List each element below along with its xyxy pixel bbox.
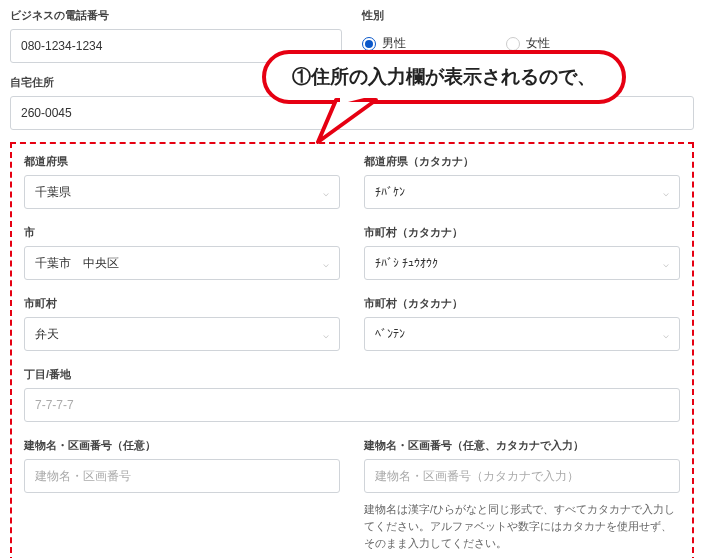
- radio-checked-icon: [362, 37, 376, 51]
- town-kana-label: 市町村（カタカナ）: [364, 296, 680, 311]
- prefecture-label: 都道府県: [24, 154, 340, 169]
- phone-label: ビジネスの電話番号: [10, 8, 342, 23]
- city-kana-select[interactable]: ﾁﾊﾞｼ ﾁｭｳｵｳｸ ⌵: [364, 246, 680, 280]
- chevron-down-icon: ⌵: [663, 187, 669, 198]
- chevron-down-icon: ⌵: [663, 329, 669, 340]
- chevron-down-icon: ⌵: [663, 258, 669, 269]
- building-kana-hint: 建物名は漢字/ひらがなと同じ形式で、すべてカタカナで入力してください。アルファベ…: [364, 501, 680, 551]
- chevron-down-icon: ⌵: [323, 258, 329, 269]
- annotation-callout: ①住所の入力欄が表示されるので、: [262, 50, 626, 104]
- city-kana-label: 市町村（カタカナ）: [364, 225, 680, 240]
- prefecture-kana-select[interactable]: ﾁﾊﾞｹﾝ ⌵: [364, 175, 680, 209]
- prefecture-value: 千葉県: [35, 184, 71, 201]
- prefecture-kana-label: 都道府県（カタカナ）: [364, 154, 680, 169]
- svg-marker-0: [318, 100, 376, 142]
- city-kana-value: ﾁﾊﾞｼ ﾁｭｳｵｳｸ: [375, 256, 438, 270]
- gender-label: 性別: [362, 8, 694, 23]
- radio-unchecked-icon: [506, 37, 520, 51]
- town-value: 弁天: [35, 326, 59, 343]
- town-kana-select[interactable]: ﾍﾞﾝﾃﾝ ⌵: [364, 317, 680, 351]
- building-input[interactable]: [24, 459, 340, 493]
- chevron-down-icon: ⌵: [323, 187, 329, 198]
- building-label: 建物名・区画番号（任意）: [24, 438, 340, 453]
- callout-tail-icon: [316, 92, 386, 152]
- building-kana-input[interactable]: [364, 459, 680, 493]
- chevron-down-icon: ⌵: [323, 329, 329, 340]
- chome-input[interactable]: [24, 388, 680, 422]
- city-label: 市: [24, 225, 340, 240]
- city-value: 千葉市 中央区: [35, 255, 119, 272]
- chome-label: 丁目/番地: [24, 367, 680, 382]
- city-select[interactable]: 千葉市 中央区 ⌵: [24, 246, 340, 280]
- town-label: 市町村: [24, 296, 340, 311]
- town-select[interactable]: 弁天 ⌵: [24, 317, 340, 351]
- address-fields-frame: 都道府県 千葉県 ⌵ 都道府県（カタカナ） ﾁﾊﾞｹﾝ ⌵ 市 千葉市 中央区 …: [10, 142, 694, 558]
- building-kana-label: 建物名・区画番号（任意、カタカナで入力）: [364, 438, 680, 453]
- town-kana-value: ﾍﾞﾝﾃﾝ: [375, 327, 405, 341]
- prefecture-kana-value: ﾁﾊﾞｹﾝ: [375, 185, 405, 199]
- prefecture-select[interactable]: 千葉県 ⌵: [24, 175, 340, 209]
